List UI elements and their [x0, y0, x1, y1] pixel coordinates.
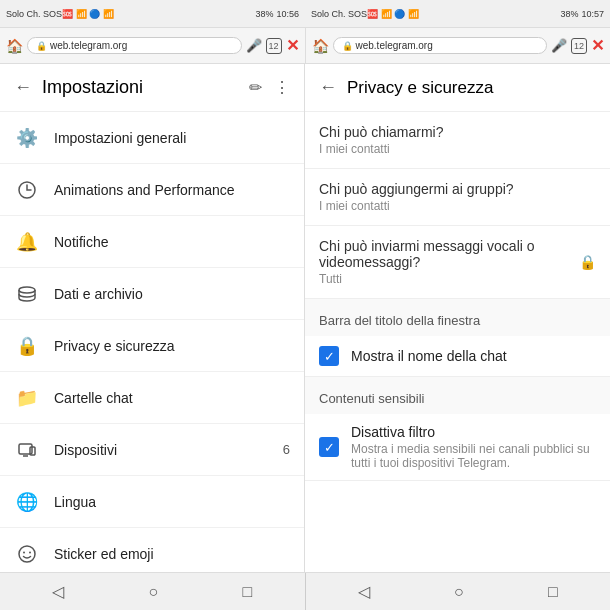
animations-label: Animations and Performance [54, 182, 290, 198]
sticker-emoji-icon [14, 541, 40, 567]
left-panel-title: Impostazioni [42, 77, 239, 98]
right-status-info: Solo Ch. SOS🆘 📶 🔵 📶 [311, 9, 419, 19]
chi-puo-aggiungermi-value: I miei contatti [319, 199, 596, 213]
dispositivi-icon [14, 437, 40, 463]
cartelle-chat-icon: 📁 [14, 385, 40, 411]
svg-point-7 [29, 551, 31, 553]
right-nav-home[interactable]: ○ [446, 579, 472, 605]
dispositivi-label: Dispositivi [54, 442, 269, 458]
left-url-bar[interactable]: 🏠 🔒 web.telegram.org 🎤 12 ✕ [0, 28, 306, 63]
privacy-sicurezza-icon: 🔒 [14, 333, 40, 359]
chi-puo-chiamarmi-title: Chi può chiamarmi? [319, 124, 596, 140]
animations-icon [14, 177, 40, 203]
right-address-bar[interactable]: 🔒 web.telegram.org [333, 37, 548, 54]
notifiche-label: Notifiche [54, 234, 290, 250]
mostra-nome-chat-label: Mostra il nome della chat [351, 348, 596, 364]
left-nav-back[interactable]: ◁ [44, 578, 72, 605]
impostazioni-generali-icon: ⚙️ [14, 125, 40, 151]
left-lock-icon: 🔒 [36, 41, 47, 51]
right-panel-header: ← Privacy e sicurezza [305, 64, 610, 112]
left-header-actions: ✏ ⋮ [249, 78, 290, 97]
chi-puo-inviarmi-value: Tutti [319, 272, 573, 286]
svg-point-1 [19, 287, 35, 293]
left-status-bar: Solo Ch. SOS🆘 📶 🔵 📶 38% 10:56 [0, 0, 305, 28]
barra-titolo-section-header: Barra del titolo della finestra [305, 299, 610, 336]
chi-puo-aggiungermi-title: Chi può aggiungermi ai gruppi? [319, 181, 596, 197]
settings-item-impostazioni-generali[interactable]: ⚙️ Impostazioni generali [0, 112, 304, 164]
left-status-info: Solo Ch. SOS🆘 📶 🔵 📶 [6, 9, 114, 19]
cartelle-chat-label: Cartelle chat [54, 390, 290, 406]
right-back-button[interactable]: ← [319, 77, 337, 98]
left-nav-square[interactable]: □ [235, 579, 261, 605]
svg-point-6 [23, 551, 25, 553]
mostra-nome-chat-checkbox[interactable]: ✓ [319, 346, 339, 366]
privacy-sicurezza-label: Privacy e sicurezza [54, 338, 290, 354]
privacy-item-chi-puo-chiamarmi[interactable]: Chi può chiamarmi? I miei contatti [305, 112, 610, 169]
left-mic-icon[interactable]: 🎤 [246, 38, 262, 53]
right-status-bar: Solo Ch. SOS🆘 📶 🔵 📶 38% 10:57 [305, 0, 610, 28]
main-panels: ← Impostazioni ✏ ⋮ ⚙️ Impostazioni gener… [0, 64, 610, 572]
right-content: Chi può chiamarmi? I miei contatti Chi p… [305, 112, 610, 572]
left-tab-count[interactable]: 12 [266, 38, 282, 54]
notifiche-icon: 🔔 [14, 229, 40, 255]
impostazioni-generali-label: Impostazioni generali [54, 130, 290, 146]
edit-icon[interactable]: ✏ [249, 78, 262, 97]
dati-archivio-label: Dati e archivio [54, 286, 290, 302]
right-url-text: web.telegram.org [356, 40, 433, 51]
left-status-time: 38% 10:56 [255, 9, 299, 19]
right-mic-icon[interactable]: 🎤 [551, 38, 567, 53]
svg-point-5 [19, 546, 35, 562]
chi-puo-inviarmi-lock-icon: 🔒 [579, 254, 596, 270]
lingua-label: Lingua [54, 494, 290, 510]
settings-item-animations-performance[interactable]: Animations and Performance [0, 164, 304, 216]
disattiva-filtro-text: Disattiva filtro Mostra i media sensibil… [351, 424, 596, 470]
settings-item-cartelle-chat[interactable]: 📁 Cartelle chat [0, 372, 304, 424]
right-url-bar[interactable]: 🏠 🔒 web.telegram.org 🎤 12 ✕ [306, 28, 611, 63]
settings-item-sticker-emoji[interactable]: Sticker ed emoji [0, 528, 304, 572]
contenuti-sensibili-section-header: Contenuti sensibili [305, 377, 610, 414]
chi-puo-inviarmi-row: Chi può inviarmi messaggi vocali o video… [319, 238, 596, 286]
right-nav-square[interactable]: □ [540, 579, 566, 605]
settings-list: ⚙️ Impostazioni generali Animations and … [0, 112, 304, 572]
privacy-item-chi-puo-inviarmi[interactable]: Chi può inviarmi messaggi vocali o video… [305, 226, 610, 299]
left-url-actions: 🎤 12 ✕ [246, 36, 299, 55]
settings-item-dispositivi[interactable]: Dispositivi 6 [0, 424, 304, 476]
right-bottom-nav: ◁ ○ □ [306, 573, 611, 610]
more-icon[interactable]: ⋮ [274, 78, 290, 97]
left-home-icon[interactable]: 🏠 [6, 38, 23, 54]
disattiva-filtro-sublabel: Mostra i media sensibili nei canali pubb… [351, 442, 596, 470]
settings-item-dati-archivio[interactable]: Dati e archivio [0, 268, 304, 320]
left-battery: 38% [255, 9, 273, 19]
bottom-nav: ◁ ○ □ ◁ ○ □ [0, 572, 610, 610]
settings-item-lingua[interactable]: 🌐 Lingua [0, 476, 304, 528]
right-time: 10:57 [581, 9, 604, 19]
right-url-actions: 🎤 12 ✕ [551, 36, 604, 55]
left-time: 10:56 [276, 9, 299, 19]
left-panel: ← Impostazioni ✏ ⋮ ⚙️ Impostazioni gener… [0, 64, 305, 572]
disattiva-filtro-label: Disattiva filtro [351, 424, 596, 440]
left-address-bar[interactable]: 🔒 web.telegram.org [27, 37, 242, 54]
settings-item-notifiche[interactable]: 🔔 Notifiche [0, 216, 304, 268]
settings-item-privacy-sicurezza[interactable]: 🔒 Privacy e sicurezza [0, 320, 304, 372]
right-nav-back[interactable]: ◁ [350, 578, 378, 605]
right-status-time: 38% 10:57 [560, 9, 604, 19]
url-bars: 🏠 🔒 web.telegram.org 🎤 12 ✕ 🏠 🔒 web.tele… [0, 28, 610, 64]
right-tab-count[interactable]: 12 [571, 38, 587, 54]
left-nav-home[interactable]: ○ [141, 579, 167, 605]
right-panel-title: Privacy e sicurezza [347, 78, 493, 98]
left-bottom-nav: ◁ ○ □ [0, 573, 306, 610]
right-close-icon[interactable]: ✕ [591, 36, 604, 55]
toggle-disattiva-filtro[interactable]: ✓ Disattiva filtro Mostra i media sensib… [305, 414, 610, 481]
left-back-button[interactable]: ← [14, 77, 32, 98]
right-battery: 38% [560, 9, 578, 19]
privacy-item-chi-puo-aggiungermi[interactable]: Chi può aggiungermi ai gruppi? I miei co… [305, 169, 610, 226]
disattiva-filtro-checkbox[interactable]: ✓ [319, 437, 339, 457]
left-panel-header: ← Impostazioni ✏ ⋮ [0, 64, 304, 112]
lingua-icon: 🌐 [14, 489, 40, 515]
right-home-icon[interactable]: 🏠 [312, 38, 329, 54]
chi-puo-inviarmi-title: Chi può inviarmi messaggi vocali o video… [319, 238, 573, 270]
toggle-mostra-nome-chat[interactable]: ✓ Mostra il nome della chat [305, 336, 610, 377]
left-close-icon[interactable]: ✕ [286, 36, 299, 55]
right-lock-icon: 🔒 [342, 41, 353, 51]
sticker-emoji-label: Sticker ed emoji [54, 546, 290, 562]
